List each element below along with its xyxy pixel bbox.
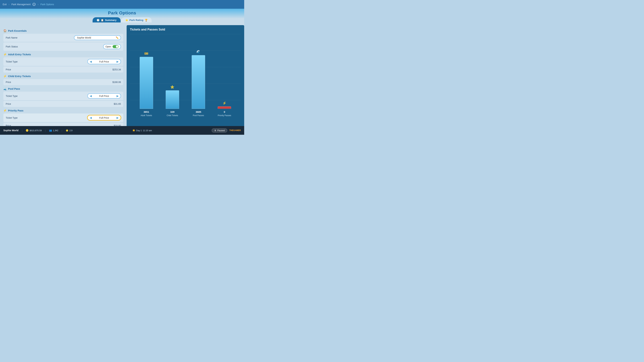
park-name-field[interactable]: Sophie World ✏️	[74, 35, 121, 40]
toggle-switch[interactable]	[112, 45, 118, 48]
adult-price-label: Price	[6, 68, 11, 71]
pool-bar-count: 3685	[196, 110, 201, 113]
exit-button[interactable]: Exit	[3, 3, 6, 6]
priority-ticket-type-selector[interactable]: ◀ Full Price ▶	[88, 115, 121, 120]
section-child-tickets: ⚡ Child Entry Tickets	[3, 75, 123, 78]
guests-icon: 👥	[49, 129, 52, 132]
priority-ticket-type-label: Ticket Type	[6, 116, 18, 119]
park-essentials-icon: 🏠	[3, 29, 7, 32]
pool-price-label: Price	[6, 103, 11, 105]
child-bar-wrapper: ⭐	[166, 85, 179, 109]
park-options-breadcrumb: Park Options	[40, 3, 54, 6]
park-name-edit-icon[interactable]: ✏️	[116, 36, 118, 39]
status-sep-1: |	[22, 129, 22, 132]
adult-ticket-type-row: Ticket Type ◀ Full Price ▶	[3, 57, 123, 66]
priority-price-value: $10.00	[114, 124, 121, 126]
park-status-toggle[interactable]: Open	[103, 44, 121, 49]
priority-price-row: Price $10.00	[3, 123, 123, 126]
park-rating-tab-label: Park Rating	[130, 18, 144, 21]
adult-ticket-type-selector[interactable]: ◀ Full Price ▶	[88, 59, 121, 64]
bar-pool-passes: 🌊 3685 Pool Passes	[192, 50, 205, 117]
pool-ticket-type-label: Ticket Type	[6, 95, 18, 97]
pool-selector-next[interactable]: ▶	[115, 94, 120, 97]
priority-selector-next[interactable]: ▶	[115, 116, 120, 119]
adult-selector-prev[interactable]: ◀	[88, 60, 93, 63]
park-mgmt-icon: ⊙	[32, 3, 36, 6]
status-guests: 👥 1,342	[49, 129, 58, 132]
rating-star-icon: ⭐	[125, 19, 128, 21]
park-status-row: Park Status Open	[3, 42, 123, 51]
summary-tab-icon: 🕐	[96, 19, 100, 21]
bar-priority-passes: ⚡ 0 Priority Passes	[218, 101, 231, 117]
paused-button[interactable]: ⏸ Paused	[212, 128, 227, 133]
priority-bar-wrapper: ⚡	[218, 101, 231, 109]
adult-bar	[140, 57, 153, 109]
priority-selector-prev[interactable]: ◀	[88, 116, 93, 119]
park-name-value: Sophie World	[77, 36, 115, 39]
status-day: Day 1	[136, 129, 142, 132]
status-time: 11:10 am	[143, 129, 152, 132]
tab-summary[interactable]: 🕐 📋 Summary	[92, 17, 120, 23]
bar-child-tickets: ⭐ 329 Child Tickets	[166, 85, 179, 117]
pool-price-value: $31.65	[114, 103, 121, 105]
adult-bar-icon: 🎫	[144, 51, 148, 55]
section-park-essentials: 🏠 Park Essentials	[3, 29, 123, 32]
status-sep-2: |	[45, 129, 46, 132]
pool-price-row: Price $31.65	[3, 101, 123, 107]
top-bar: Exit › Park Management ⊙ › Park Options	[0, 0, 244, 9]
pool-selector-prev[interactable]: ◀	[88, 94, 93, 97]
left-panel: 🏠 Park Essentials Park Name Sophie World…	[0, 25, 126, 126]
paused-icon: ⏸	[214, 129, 216, 132]
park-name-row: Park Name Sophie World ✏️	[3, 34, 123, 42]
adult-price-row: Price $253.34	[3, 66, 123, 72]
day-icon: ☀️	[132, 129, 135, 132]
header-area: Park Options 🕐 📋 Summary ⭐ Park Rating 🏆	[0, 9, 244, 25]
section-priority-pass: ⚡ Priority Pass	[3, 109, 123, 112]
pool-bar	[192, 55, 205, 109]
pool-bar-wrapper: 🌊	[192, 50, 205, 109]
park-status-label: Park Status	[6, 45, 18, 48]
status-park-name: Sophie World	[3, 129, 18, 132]
section-adult-tickets: ⚡ Adult Entry Tickets	[3, 53, 123, 56]
status-open-label: Open	[106, 45, 111, 48]
pool-bar-icon: 🌊	[196, 50, 200, 54]
adult-ticket-type-label: Ticket Type	[6, 60, 18, 63]
child-bar-icon: ⭐	[170, 85, 174, 89]
status-sep-3: |	[62, 129, 62, 132]
breadcrumb-sep-2: ›	[38, 3, 38, 6]
rating-icon: ⭐	[66, 129, 68, 132]
child-price-label: Price	[6, 81, 11, 83]
priority-pass-icon: ⚡	[3, 109, 7, 112]
child-bar	[166, 90, 179, 109]
pool-ticket-type-row: Ticket Type ◀ Full Price ▶	[3, 92, 123, 100]
status-right: ⏸ Paused THEGAMER	[212, 128, 241, 133]
priority-bar-count: 0	[224, 110, 225, 113]
status-bar: Sophie World | 🪙 $610,870.59 | 👥 1,342 |…	[0, 126, 244, 135]
toggle-knob	[116, 45, 118, 48]
chart-title: Tickets and Passes Sold	[130, 28, 241, 31]
adult-selector-value: Full Price	[93, 60, 115, 63]
adult-selector-next[interactable]: ▶	[115, 60, 120, 63]
park-essentials-title: Park Essentials	[8, 29, 27, 32]
adult-bar-wrapper: 🎫	[140, 51, 153, 109]
tab-park-rating[interactable]: ⭐ Park Rating 🏆	[121, 17, 152, 23]
money-icon: 🪙	[26, 129, 28, 132]
status-guests-value: 1,342	[53, 129, 58, 132]
pool-ticket-type-selector[interactable]: ◀ Full Price ▶	[88, 93, 121, 98]
status-money: 🪙 $610,870.59	[26, 129, 42, 132]
child-bar-label: Child Tickets	[167, 114, 178, 117]
child-tickets-icon: ⚡	[3, 75, 7, 78]
park-management-breadcrumb[interactable]: Park Management	[12, 3, 30, 6]
status-rating: ⭐ 2.9	[66, 129, 72, 132]
priority-selector-value: Full Price	[93, 116, 115, 119]
chart-area: 🎫 3651 Adult Tickets ⭐ 329 Child Tickets…	[130, 34, 241, 123]
paused-label: Paused	[217, 129, 225, 132]
status-rating-value: 2.9	[70, 129, 72, 132]
priority-bar	[218, 106, 231, 109]
priority-bar-icon: ⚡	[222, 101, 226, 105]
chart-panel: Tickets and Passes Sold 🎫 3651 Adult Tic…	[126, 25, 244, 126]
section-pool-pass: 🌊 Pool Pass	[3, 87, 123, 90]
adult-bar-count: 3651	[144, 110, 149, 113]
adult-price-value: $253.34	[112, 68, 121, 71]
adult-tickets-title: Adult Entry Tickets	[8, 53, 31, 56]
